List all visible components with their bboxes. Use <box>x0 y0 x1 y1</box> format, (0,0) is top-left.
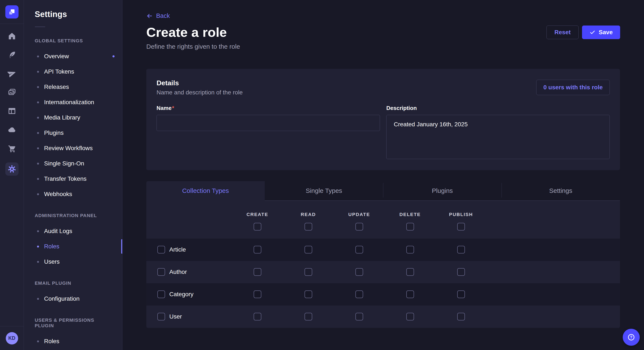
permission-checkbox[interactable] <box>304 268 312 276</box>
permission-checkbox[interactable] <box>406 223 414 230</box>
strapi-logo[interactable] <box>5 5 18 18</box>
permission-row-article: Article <box>146 239 620 261</box>
home-icon[interactable] <box>7 31 16 41</box>
bullet-icon <box>37 71 39 73</box>
row-select-checkbox[interactable] <box>158 313 165 321</box>
permission-checkbox[interactable] <box>356 246 363 253</box>
row-label: Article <box>169 246 186 253</box>
permission-checkbox[interactable] <box>406 268 414 276</box>
row-checkboxes <box>232 313 486 321</box>
page-title: Create a role <box>146 25 240 39</box>
sidebar-item-label: Webhooks <box>44 191 72 197</box>
permission-checkbox[interactable] <box>304 246 312 253</box>
users-with-role-button[interactable]: 0 users with this role <box>536 80 610 95</box>
permission-checkbox[interactable] <box>406 246 414 253</box>
media-images-icon[interactable] <box>7 88 16 97</box>
layout-builder-icon[interactable] <box>7 106 16 116</box>
help-button[interactable]: ? <box>623 329 640 346</box>
sidebar-item-single-sign-on[interactable]: Single Sign-On <box>24 156 122 171</box>
permission-checkbox[interactable] <box>254 223 261 230</box>
row-select-checkbox[interactable] <box>158 246 165 253</box>
reset-button[interactable]: Reset <box>546 25 578 39</box>
tab-plugins[interactable]: Plugins <box>383 181 502 201</box>
sidebar-item-configuration[interactable]: Configuration <box>24 291 122 306</box>
sidebar-item-label: Configuration <box>44 295 80 302</box>
save-button[interactable]: Save <box>582 25 620 39</box>
name-label: Name* <box>156 105 380 111</box>
sidebar-item-label: Single Sign-On <box>44 160 84 167</box>
sidebar-item-api-tokens[interactable]: API Tokens <box>24 64 122 79</box>
permission-checkbox[interactable] <box>304 223 312 230</box>
bullet-icon <box>37 117 39 119</box>
sidebar-item-users[interactable]: Users <box>24 254 122 269</box>
permission-checkbox[interactable] <box>457 291 465 298</box>
sidebar-item-media-library[interactable]: Media Library <box>24 110 122 125</box>
permissions-tabs: Collection Types Single Types Plugins Se… <box>146 181 620 201</box>
details-subtitle: Name and description of the role <box>156 89 243 96</box>
permission-checkbox[interactable] <box>304 313 312 321</box>
permission-checkbox[interactable] <box>457 223 465 230</box>
bullet-icon <box>37 55 39 57</box>
svg-text:?: ? <box>630 335 632 339</box>
sidebar-item-label: Review Workflows <box>44 145 93 152</box>
column-labels: CREATE READ UPDATE DELETE PUBLISH <box>232 212 486 217</box>
required-asterisk: * <box>172 105 174 111</box>
tab-collection-types[interactable]: Collection Types <box>146 181 265 201</box>
permission-checkbox[interactable] <box>406 291 414 298</box>
sidebar-item-overview[interactable]: Overview <box>24 49 122 64</box>
bullet-icon <box>37 178 39 180</box>
logo-section <box>0 0 24 24</box>
back-arrow-icon <box>146 13 153 19</box>
row-label: User <box>169 313 182 320</box>
sidebar-item-label: Media Library <box>44 114 80 121</box>
bullet-icon <box>37 163 39 165</box>
user-avatar[interactable]: KD <box>6 332 18 345</box>
row-label: Author <box>169 269 187 275</box>
send-plane-icon[interactable] <box>7 69 16 78</box>
permission-checkbox[interactable] <box>254 268 261 276</box>
permission-checkbox[interactable] <box>457 268 465 276</box>
row-select-checkbox[interactable] <box>158 291 165 298</box>
details-title: Details <box>156 79 243 87</box>
marketplace-cart-icon[interactable] <box>7 144 16 153</box>
settings-gear-icon[interactable] <box>5 163 18 176</box>
page-header: Create a role Define the rights given to… <box>146 25 620 50</box>
permission-checkbox[interactable] <box>406 313 414 321</box>
sidebar-item-providers[interactable]: Providers <box>24 349 122 350</box>
sidebar-item-label: Roles <box>44 243 60 250</box>
permission-checkbox[interactable] <box>254 246 261 253</box>
sidebar-item-label: Roles <box>44 338 60 345</box>
cloud-icon[interactable] <box>7 125 16 134</box>
permission-checkbox[interactable] <box>356 268 363 276</box>
sidebar-item-releases[interactable]: Releases <box>24 79 122 95</box>
permission-checkbox[interactable] <box>254 291 261 298</box>
name-input[interactable] <box>156 115 380 131</box>
description-textarea[interactable]: Created January 16th, 2025 <box>386 115 610 159</box>
details-card-header: Details Name and description of the role… <box>156 79 610 96</box>
back-link[interactable]: Back <box>146 12 170 19</box>
sidebar-item-review-workflows[interactable]: Review Workflows <box>24 141 122 156</box>
sidebar-item-label: Plugins <box>44 130 64 136</box>
sidebar-item-up-roles[interactable]: Roles <box>24 334 122 349</box>
row-select-checkbox[interactable] <box>158 268 165 276</box>
section-global-settings: GLOBAL SETTINGS <box>35 38 112 44</box>
permission-checkbox[interactable] <box>356 223 363 230</box>
sidebar-item-transfer-tokens[interactable]: Transfer Tokens <box>24 171 122 186</box>
column-update: UPDATE <box>348 212 370 217</box>
permission-checkbox[interactable] <box>254 313 261 321</box>
content-feather-icon[interactable] <box>7 50 16 59</box>
permission-checkbox[interactable] <box>304 291 312 298</box>
permission-checkbox[interactable] <box>457 246 465 253</box>
section-email-plugin: EMAIL PLUGIN <box>35 280 112 286</box>
sidebar-item-roles[interactable]: Roles <box>24 239 122 254</box>
permission-checkbox[interactable] <box>457 313 465 321</box>
sidebar-item-audit-logs[interactable]: Audit Logs <box>24 223 122 239</box>
tab-single-types[interactable]: Single Types <box>265 181 383 201</box>
sidebar-item-webhooks[interactable]: Webhooks <box>24 186 122 202</box>
sidebar-item-internationalization[interactable]: Internationalization <box>24 95 122 110</box>
permission-checkbox[interactable] <box>356 313 363 321</box>
tab-settings[interactable]: Settings <box>502 181 620 201</box>
permission-checkbox[interactable] <box>356 291 363 298</box>
sidebar-item-plugins[interactable]: Plugins <box>24 125 122 141</box>
settings-sidebar: Settings GLOBAL SETTINGS Overview API To… <box>24 0 122 350</box>
